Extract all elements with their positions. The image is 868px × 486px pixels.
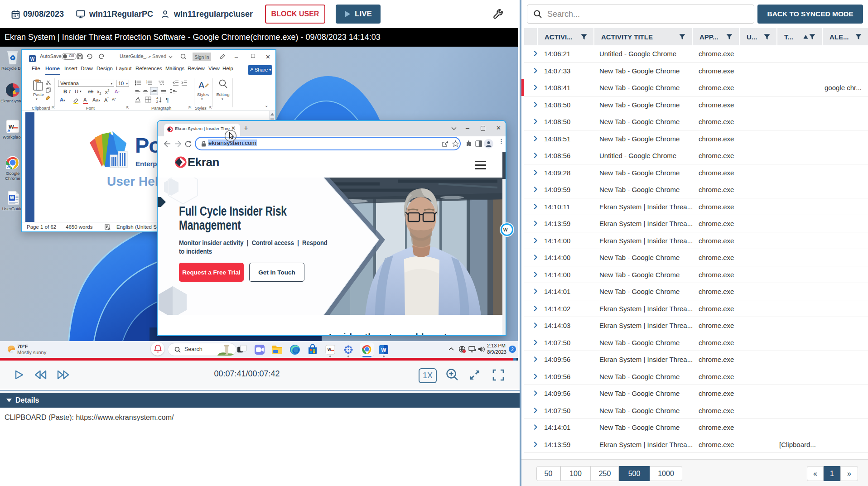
svg-text:W: W [30,57,35,62]
svg-text:W: W [10,195,14,200]
svg-text:A: A [156,96,159,100]
svg-text:w: w [8,122,14,130]
svg-text:Z: Z [156,100,158,103]
svg-text:A: A [198,80,205,90]
svg-text:♻: ♻ [10,54,15,62]
svg-text:2: 2 [146,82,148,85]
svg-text:W: W [381,347,386,353]
svg-text:w: w [327,347,331,352]
